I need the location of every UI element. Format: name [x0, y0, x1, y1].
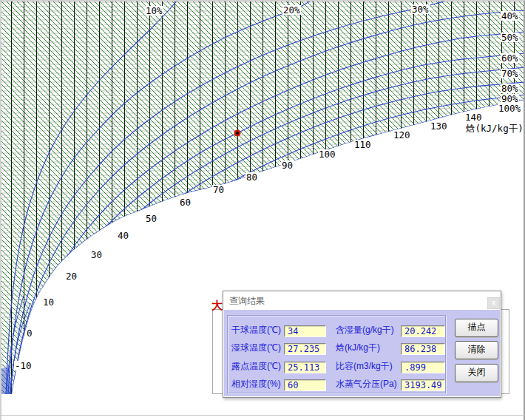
- rh-field[interactable]: 60: [284, 379, 326, 391]
- wet-bulb-field[interactable]: 27.235: [284, 343, 326, 355]
- dialog-title: 查询结果: [229, 295, 265, 308]
- dialog-body: 干球温度(℃) 湿球温度(℃) 露点温度(℃) 相对湿度(%) 34 27.23…: [224, 310, 500, 396]
- humidity-ratio-label: 含湿量(g/kg干): [336, 324, 394, 336]
- enthalpy-label: 焓(kJ/kg干): [336, 342, 380, 354]
- plotted-point-core: [236, 132, 239, 135]
- plot-point-button[interactable]: 描点: [455, 319, 498, 337]
- chart-label: 10: [43, 297, 54, 308]
- chart-label: 70%: [501, 68, 518, 79]
- chart-label: 70: [213, 184, 224, 195]
- close-icon[interactable]: x: [487, 297, 500, 309]
- chart-label: 80%: [501, 83, 518, 94]
- clear-button[interactable]: 清除: [455, 341, 498, 359]
- specific-volume-label: 比容(m3/kg干): [336, 360, 393, 373]
- dew-point-label: 露点温度(℃): [231, 360, 281, 373]
- chart-label: 90: [282, 160, 293, 171]
- humidity-ratio-field[interactable]: 20.242: [401, 325, 445, 337]
- chart-label: 80: [246, 172, 257, 183]
- vapor-pressure-field[interactable]: 3193.49: [401, 379, 445, 391]
- chart-label: 0: [27, 328, 33, 339]
- chart-label: 20%: [283, 4, 300, 16]
- chart-label: 140: [465, 112, 482, 123]
- wet-bulb-label: 湿球温度(℃): [231, 342, 281, 354]
- dry-bulb-field[interactable]: 34: [284, 325, 326, 337]
- specific-volume-field[interactable]: .899: [401, 362, 445, 373]
- chart-label: 110: [354, 139, 371, 150]
- chart-label: 100: [319, 149, 336, 160]
- vapor-pressure-label: 水蒸气分压(Pa): [336, 378, 397, 390]
- chart-label: 130: [430, 121, 447, 132]
- chart-label: 40: [118, 230, 129, 241]
- hidden-red-label: 大: [211, 299, 223, 313]
- close-button[interactable]: 关闭: [455, 364, 498, 382]
- chart-label: 100%: [498, 103, 521, 114]
- chart-label: 50: [146, 213, 157, 224]
- chart-label: 50%: [501, 32, 518, 43]
- chart-label: 20: [66, 271, 77, 282]
- chart-label: 40%: [501, 10, 518, 21]
- chart-label: 60%: [501, 52, 518, 64]
- enthalpy-field[interactable]: 86.238: [401, 343, 445, 355]
- rh-label: 相对湿度(%): [231, 378, 281, 390]
- chart-label: -10: [15, 360, 32, 371]
- chart-label: 30%: [412, 4, 429, 15]
- chart-label: 焓(kJ/kg干): [465, 123, 524, 134]
- query-result-dialog: 查询结果 x 干球温度(℃) 湿球温度(℃) 露点温度(℃) 相对湿度(%) 3…: [223, 291, 501, 398]
- dew-point-field[interactable]: 25.113: [284, 362, 326, 373]
- chart-label: 10%: [146, 5, 163, 16]
- chart-label: 30: [91, 249, 102, 260]
- chart-label: 60: [180, 197, 191, 208]
- dry-bulb-label: 干球温度(℃): [231, 324, 281, 336]
- chart-label: 120: [393, 129, 410, 140]
- window-bottom-border: [0, 415, 525, 416]
